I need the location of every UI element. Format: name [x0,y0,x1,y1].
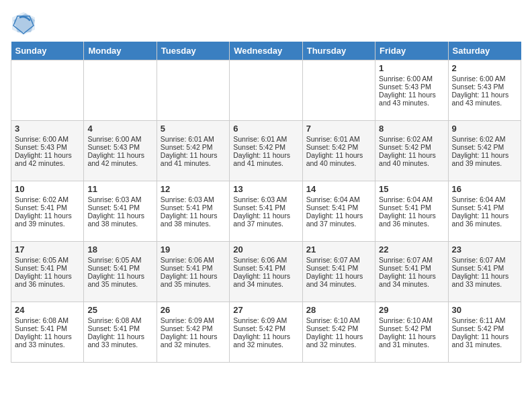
day-number: 22 [379,244,444,255]
calendar-cell: 3Sunrise: 6:00 AMSunset: 5:43 PMDaylight… [11,121,84,181]
week-row-1: 1Sunrise: 6:00 AMSunset: 5:43 PMDaylight… [11,60,521,121]
calendar-cell [11,60,84,121]
day-number: 1 [379,63,444,73]
daylight-text: Daylight: 11 hours and 34 minutes. [233,272,298,288]
daylight-text: Daylight: 11 hours and 42 minutes. [15,151,80,167]
calendar-cell: 12Sunrise: 6:03 AMSunset: 5:41 PMDayligh… [157,181,229,242]
daylight-text: Daylight: 11 hours and 35 minutes. [161,272,226,288]
calendar-cell: 4Sunrise: 6:00 AMSunset: 5:43 PMDaylight… [84,121,157,181]
daylight-text: Daylight: 11 hours and 41 minutes. [233,151,298,167]
calendar-cell: 7Sunrise: 6:01 AMSunset: 5:42 PMDaylight… [302,121,375,181]
calendar-cell: 14Sunrise: 6:04 AMSunset: 5:41 PMDayligh… [302,181,375,242]
calendar-cell: 1Sunrise: 6:00 AMSunset: 5:43 PMDaylight… [375,60,448,121]
header-day-saturday: Saturday [448,42,521,60]
daylight-text: Daylight: 11 hours and 33 minutes. [87,332,152,349]
calendar-cell [230,60,302,121]
sunrise-text: Sunrise: 6:00 AM [87,135,152,143]
daylight-text: Daylight: 11 hours and 33 minutes. [15,332,80,349]
sunrise-text: Sunrise: 6:05 AM [15,256,80,264]
sunrise-text: Sunrise: 6:00 AM [379,75,444,83]
calendar-cell: 19Sunrise: 6:06 AMSunset: 5:41 PMDayligh… [157,242,229,302]
daylight-text: Daylight: 11 hours and 32 minutes. [306,332,371,349]
sunset-text: Sunset: 5:41 PM [161,264,226,272]
sunset-text: Sunset: 5:41 PM [452,203,517,212]
daylight-text: Daylight: 11 hours and 36 minutes. [452,212,517,228]
sunset-text: Sunset: 5:41 PM [379,203,444,212]
calendar-cell [302,60,375,121]
sunrise-text: Sunrise: 6:07 AM [452,256,517,264]
sunset-text: Sunset: 5:41 PM [379,264,444,272]
daylight-text: Daylight: 11 hours and 36 minutes. [379,212,444,228]
calendar-cell: 5Sunrise: 6:01 AMSunset: 5:42 PMDaylight… [157,121,229,181]
daylight-text: Daylight: 11 hours and 35 minutes. [87,272,152,288]
sunrise-text: Sunrise: 6:03 AM [233,195,298,203]
day-number: 25 [87,305,152,315]
daylight-text: Daylight: 11 hours and 39 minutes. [15,212,80,228]
sunset-text: Sunset: 5:41 PM [15,324,80,332]
day-number: 24 [15,305,80,315]
sunset-text: Sunset: 5:41 PM [15,203,80,212]
header-day-monday: Monday [84,42,157,60]
calendar-cell: 24Sunrise: 6:08 AMSunset: 5:41 PMDayligh… [11,302,84,363]
calendar-cell: 18Sunrise: 6:05 AMSunset: 5:41 PMDayligh… [84,242,157,302]
sunset-text: Sunset: 5:42 PM [379,324,444,332]
sunset-text: Sunset: 5:41 PM [161,203,226,212]
logo-icon [11,11,36,36]
sunset-text: Sunset: 5:41 PM [233,203,298,212]
day-number: 23 [452,244,517,255]
sunrise-text: Sunrise: 6:00 AM [452,75,517,83]
daylight-text: Daylight: 11 hours and 42 minutes. [87,151,152,167]
day-number: 6 [233,124,298,134]
sunset-text: Sunset: 5:41 PM [233,264,298,272]
week-row-3: 10Sunrise: 6:02 AMSunset: 5:41 PMDayligh… [11,181,521,242]
calendar-cell: 9Sunrise: 6:02 AMSunset: 5:42 PMDaylight… [448,121,521,181]
calendar-cell: 6Sunrise: 6:01 AMSunset: 5:42 PMDaylight… [230,121,302,181]
calendar-cell: 30Sunrise: 6:11 AMSunset: 5:42 PMDayligh… [448,302,521,363]
daylight-text: Daylight: 11 hours and 32 minutes. [161,332,226,349]
sunrise-text: Sunrise: 6:10 AM [379,316,444,324]
sunset-text: Sunset: 5:42 PM [379,143,444,151]
calendar-cell: 8Sunrise: 6:02 AMSunset: 5:42 PMDaylight… [375,121,448,181]
sunrise-text: Sunrise: 6:10 AM [306,316,371,324]
calendar-cell [157,60,229,121]
calendar-cell: 15Sunrise: 6:04 AMSunset: 5:41 PMDayligh… [375,181,448,242]
sunrise-text: Sunrise: 6:07 AM [379,256,444,264]
sunset-text: Sunset: 5:41 PM [87,203,152,212]
calendar-cell: 13Sunrise: 6:03 AMSunset: 5:41 PMDayligh… [230,181,302,242]
week-row-5: 24Sunrise: 6:08 AMSunset: 5:41 PMDayligh… [11,302,521,363]
daylight-text: Daylight: 11 hours and 43 minutes. [452,91,517,107]
sunset-text: Sunset: 5:41 PM [452,264,517,272]
sunrise-text: Sunrise: 6:03 AM [161,195,226,203]
header-day-thursday: Thursday [302,42,375,60]
daylight-text: Daylight: 11 hours and 36 minutes. [15,272,80,288]
day-number: 4 [87,124,152,134]
calendar-cell: 17Sunrise: 6:05 AMSunset: 5:41 PMDayligh… [11,242,84,302]
calendar-cell: 10Sunrise: 6:02 AMSunset: 5:41 PMDayligh… [11,181,84,242]
day-number: 14 [306,184,371,194]
sunset-text: Sunset: 5:41 PM [15,264,80,272]
sunrise-text: Sunrise: 6:04 AM [452,195,517,203]
daylight-text: Daylight: 11 hours and 32 minutes. [233,332,298,349]
sunset-text: Sunset: 5:41 PM [87,324,152,332]
sunrise-text: Sunrise: 6:07 AM [306,256,371,264]
day-number: 13 [233,184,298,194]
sunrise-text: Sunrise: 6:09 AM [233,316,298,324]
calendar-cell: 22Sunrise: 6:07 AMSunset: 5:41 PMDayligh… [375,242,448,302]
sunset-text: Sunset: 5:41 PM [306,264,371,272]
daylight-text: Daylight: 11 hours and 37 minutes. [306,212,371,228]
day-number: 7 [306,124,371,134]
sunrise-text: Sunrise: 6:02 AM [15,195,80,203]
sunrise-text: Sunrise: 6:11 AM [452,316,517,324]
daylight-text: Daylight: 11 hours and 38 minutes. [161,212,226,228]
calendar-cell: 20Sunrise: 6:06 AMSunset: 5:41 PMDayligh… [230,242,302,302]
day-number: 3 [15,124,80,134]
day-number: 27 [233,305,298,315]
calendar-cell: 25Sunrise: 6:08 AMSunset: 5:41 PMDayligh… [84,302,157,363]
daylight-text: Daylight: 11 hours and 34 minutes. [379,272,444,288]
day-number: 17 [15,244,80,255]
sunrise-text: Sunrise: 6:01 AM [161,135,226,143]
daylight-text: Daylight: 11 hours and 33 minutes. [452,272,517,288]
daylight-text: Daylight: 11 hours and 31 minutes. [379,332,444,349]
day-number: 2 [452,63,517,73]
sunrise-text: Sunrise: 6:08 AM [87,316,152,324]
